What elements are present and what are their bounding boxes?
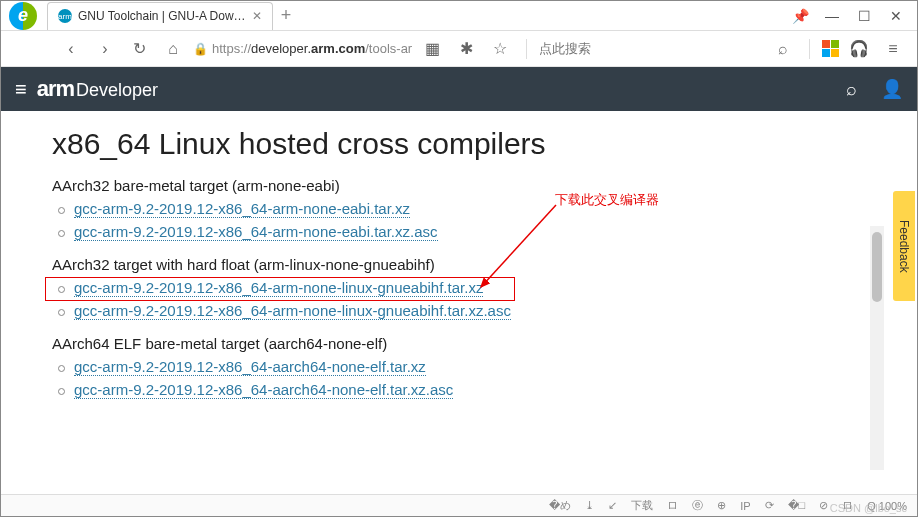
download-link[interactable]: gcc-arm-9.2-2019.12-x86_64-arm-none-eabi… <box>74 200 410 218</box>
account-icon[interactable]: 👤 <box>881 78 903 100</box>
tab-title: GNU Toolchain | GNU-A Dow… <box>78 9 246 23</box>
feedback-tab[interactable]: Feedback <box>893 191 915 301</box>
forward-button[interactable]: › <box>91 35 119 63</box>
new-tab-button[interactable]: + <box>281 5 292 26</box>
url-path: /tools-ar <box>365 41 412 56</box>
brand-developer: Developer <box>76 80 158 101</box>
site-menu-button[interactable]: ≡ <box>15 78 27 101</box>
status-item[interactable]: ⟳ <box>765 499 774 512</box>
headphones-icon[interactable]: 🎧 <box>845 35 873 63</box>
status-item[interactable]: ⤓ <box>585 499 594 512</box>
page-scrollbar[interactable] <box>870 226 884 470</box>
download-link-item: gcc-arm-9.2-2019.12-x86_64-arm-none-linu… <box>56 302 866 319</box>
arm-favicon: arm <box>58 9 72 23</box>
download-link-item: gcc-arm-9.2-2019.12-x86_64-arm-none-eabi… <box>56 223 866 240</box>
brand-arm: arm <box>37 76 74 102</box>
watermark: CSDN @lbo_sc <box>830 502 907 514</box>
address-bar[interactable]: 🔒 https://developer.arm.com/tools-ar <box>193 41 412 56</box>
scrollbar-thumb[interactable] <box>872 232 882 302</box>
site-brand[interactable]: arm Developer <box>37 76 158 102</box>
download-link-item: gcc-arm-9.2-2019.12-x86_64-arm-none-eabi… <box>56 200 866 217</box>
url-sub: developer. <box>251 41 311 56</box>
download-link-item: gcc-arm-9.2-2019.12-x86_64-aarch64-none-… <box>56 358 866 375</box>
close-button[interactable]: ✕ <box>889 9 903 23</box>
section-heading: AArch64 ELF bare-metal target (aarch64-n… <box>52 335 866 352</box>
status-item[interactable]: ロ <box>667 498 678 513</box>
pin-icon[interactable]: 📌 <box>793 9 807 23</box>
minimize-button[interactable]: — <box>825 9 839 23</box>
url-scheme: https:// <box>212 41 251 56</box>
page-title: x86_64 Linux hosted cross compilers <box>52 127 866 161</box>
download-link[interactable]: gcc-arm-9.2-2019.12-x86_64-arm-none-linu… <box>74 302 511 320</box>
status-item[interactable]: �め <box>549 498 571 513</box>
download-link[interactable]: gcc-arm-9.2-2019.12-x86_64-arm-none-eabi… <box>74 223 438 241</box>
tab-close-icon[interactable]: ✕ <box>252 9 262 23</box>
status-item[interactable]: ⊘ <box>819 499 828 512</box>
reload-button[interactable]: ↻ <box>125 35 153 63</box>
extension-icon[interactable]: ✱ <box>452 35 480 63</box>
download-link[interactable]: gcc-arm-9.2-2019.12-x86_64-aarch64-none-… <box>74 358 426 376</box>
maximize-button[interactable]: ☐ <box>857 9 871 23</box>
status-download[interactable]: 下载 <box>631 498 653 513</box>
qr-icon[interactable]: ▦ <box>418 35 446 63</box>
search-input[interactable] <box>539 41 659 56</box>
download-link-item: gcc-arm-9.2-2019.12-x86_64-aarch64-none-… <box>56 381 866 398</box>
status-item[interactable]: ⓔ <box>692 498 703 513</box>
favorite-icon[interactable]: ☆ <box>486 35 514 63</box>
microsoft-logo-icon[interactable] <box>822 40 839 57</box>
download-link[interactable]: gcc-arm-9.2-2019.12-x86_64-arm-none-linu… <box>74 279 483 297</box>
status-item[interactable]: ↙ <box>608 499 617 512</box>
section-heading: AArch32 target with hard float (arm-linu… <box>52 256 866 273</box>
section-heading: AArch32 bare-metal target (arm-none-eabi… <box>52 177 866 194</box>
status-item[interactable]: ⊕ <box>717 499 726 512</box>
download-link[interactable]: gcc-arm-9.2-2019.12-x86_64-aarch64-none-… <box>74 381 453 399</box>
status-bar: �め ⤓ ↙ 下载 ロ ⓔ ⊕ IP ⟳ �□ ⊘ ロ Q 100% <box>1 494 917 516</box>
download-link-item: gcc-arm-9.2-2019.12-x86_64-arm-none-linu… <box>56 279 866 296</box>
menu-icon[interactable]: ≡ <box>879 35 907 63</box>
search-icon[interactable]: ⌕ <box>769 35 797 63</box>
back-button[interactable]: ‹ <box>57 35 85 63</box>
site-search-icon[interactable]: ⌕ <box>846 79 857 100</box>
browser-tab[interactable]: arm GNU Toolchain | GNU-A Dow… ✕ <box>47 2 273 30</box>
annotation-callout: 下载此交叉编译器 <box>555 191 659 209</box>
status-item[interactable]: IP <box>740 500 750 512</box>
url-host: arm.com <box>311 41 365 56</box>
home-button[interactable]: ⌂ <box>159 35 187 63</box>
browser-logo: e <box>9 2 37 30</box>
status-item[interactable]: �□ <box>788 499 806 512</box>
lock-icon: 🔒 <box>193 42 208 56</box>
